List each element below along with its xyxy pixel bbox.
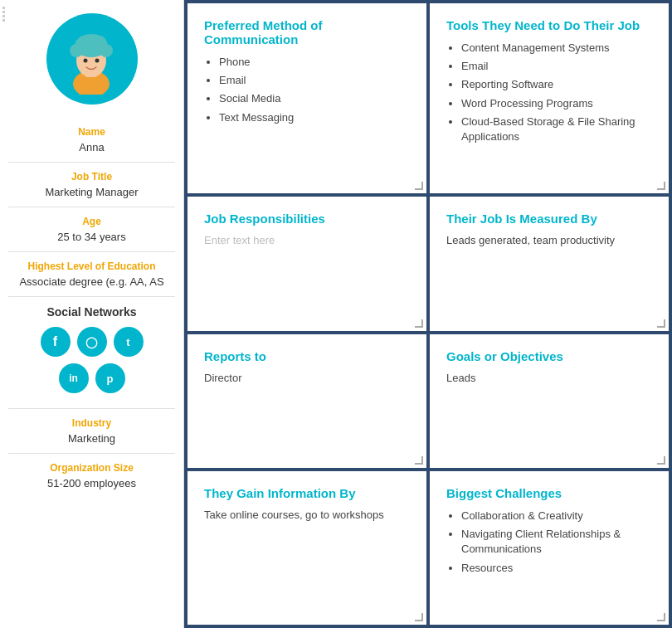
goals-title: Goals or Objectives	[446, 349, 652, 363]
challenges-content: Collaboration & Creativity Navigating Cl…	[446, 509, 652, 576]
list-item: Resources	[461, 561, 652, 576]
challenges-card: Biggest Challenges Collaboration & Creat…	[430, 471, 669, 625]
goals-content: Leads	[446, 372, 652, 384]
twitter-icon[interactable]: t	[114, 327, 144, 357]
avatar	[46, 13, 138, 105]
resize-handle[interactable]	[415, 613, 423, 621]
list-item: Word Processing Programs	[461, 96, 652, 111]
age-label: Age	[8, 216, 175, 227]
resize-handle[interactable]	[415, 456, 423, 465]
resize-handle[interactable]	[657, 319, 665, 328]
list-item: Phone	[219, 55, 410, 70]
comm-card: Preferred Method of Communication Phone …	[187, 3, 426, 193]
responsibilities-card: Job Responsibilities Enter text here	[187, 197, 426, 330]
resize-handle[interactable]	[657, 456, 665, 465]
resize-handle[interactable]	[415, 319, 423, 328]
org-size-value: 51-200 employees	[8, 477, 175, 489]
education-label: Highest Level of Education	[8, 260, 175, 272]
education-section: Highest Level of Education Associate deg…	[8, 252, 175, 297]
pinterest-icon[interactable]: p	[95, 363, 125, 393]
comm-title: Preferred Method of Communication	[204, 18, 410, 46]
reports-content: Director	[204, 372, 410, 384]
goals-value: Leads	[446, 372, 475, 384]
resize-handle[interactable]	[415, 182, 423, 190]
list-item: Cloud-Based Storage & File Sharing Appli…	[461, 114, 652, 144]
tools-list: Content Management Systems Email Reporti…	[446, 41, 652, 144]
age-value: 25 to 34 years	[8, 231, 175, 243]
measured-value: Leads generated, team productivity	[446, 234, 615, 246]
name-value: Anna	[8, 141, 175, 153]
list-item: Email	[461, 59, 652, 74]
svg-point-8	[84, 58, 88, 62]
org-size-label: Organization Size	[8, 462, 175, 474]
measured-content: Leads generated, team productivity	[446, 234, 652, 246]
age-section: Age 25 to 34 years	[8, 207, 175, 252]
linkedin-icon[interactable]: in	[59, 363, 89, 393]
list-item: Collaboration & Creativity	[461, 509, 652, 523]
facebook-icon[interactable]: f	[41, 327, 71, 357]
list-item: Social Media	[219, 91, 410, 106]
responsibilities-content: Enter text here	[204, 234, 410, 246]
reports-title: Reports to	[204, 349, 410, 363]
goals-card: Goals or Objectives Leads	[430, 334, 669, 468]
responsibilities-placeholder[interactable]: Enter text here	[204, 234, 410, 246]
tools-title: Tools They Need to Do Their Job	[446, 18, 652, 32]
list-item: Text Messaging	[219, 110, 410, 125]
name-label: Name	[8, 126, 175, 138]
gain-content: Take online courses, go to workshops	[204, 509, 410, 521]
industry-label: Industry	[8, 417, 175, 429]
gain-value: Take online courses, go to workshops	[204, 509, 384, 521]
challenges-title: Biggest Challenges	[446, 486, 652, 500]
reports-card: Reports to Director	[187, 334, 426, 468]
industry-section: Industry Marketing	[8, 409, 175, 454]
measured-title: Their Job Is Measured By	[446, 212, 652, 226]
job-title-section: Job Title Marketing Manager	[8, 163, 175, 207]
responsibilities-title: Job Responsibilities	[204, 212, 410, 226]
list-item: Email	[219, 73, 410, 88]
resize-handle[interactable]	[657, 182, 665, 190]
svg-point-7	[93, 36, 106, 49]
comm-list: Phone Email Social Media Text Messaging	[204, 55, 410, 125]
measured-card: Their Job Is Measured By Leads generated…	[430, 197, 669, 330]
sidebar: Name Anna Job Title Marketing Manager Ag…	[0, 0, 184, 628]
comm-content: Phone Email Social Media Text Messaging	[204, 55, 410, 125]
social-icons-row1: f ◯ t	[8, 327, 175, 357]
list-item: Content Management Systems	[461, 41, 652, 56]
tools-content: Content Management Systems Email Reporti…	[446, 41, 652, 144]
gain-card: They Gain Information By Take online cou…	[187, 471, 426, 625]
social-networks-label: Social Networks	[8, 305, 175, 319]
job-title-value: Marketing Manager	[8, 186, 175, 198]
list-item: Reporting Software	[461, 77, 652, 92]
challenges-list: Collaboration & Creativity Navigating Cl…	[446, 509, 652, 576]
gain-title: They Gain Information By	[204, 486, 410, 500]
drag-handle-orgsize[interactable]	[2, 7, 5, 22]
industry-value: Marketing	[8, 432, 175, 445]
instagram-icon[interactable]: ◯	[77, 327, 107, 357]
org-size-section: Organization Size 51-200 employees	[8, 454, 175, 498]
svg-point-6	[77, 38, 89, 50]
reports-value: Director	[204, 372, 242, 384]
education-value: Associate degree (e.g. AA, AS	[8, 275, 175, 288]
social-icons-row2: in p	[8, 363, 175, 393]
svg-point-9	[95, 58, 100, 62]
social-networks-section: Social Networks f ◯ t in p	[8, 297, 175, 409]
tools-card: Tools They Need to Do Their Job Content …	[430, 3, 669, 193]
name-section: Name Anna	[8, 118, 175, 163]
main-content: Preferred Method of Communication Phone …	[184, 0, 672, 628]
job-title-label: Job Title	[8, 171, 175, 183]
resize-handle[interactable]	[657, 613, 665, 621]
list-item: Navigating Client Relationships & Commun…	[461, 527, 652, 557]
